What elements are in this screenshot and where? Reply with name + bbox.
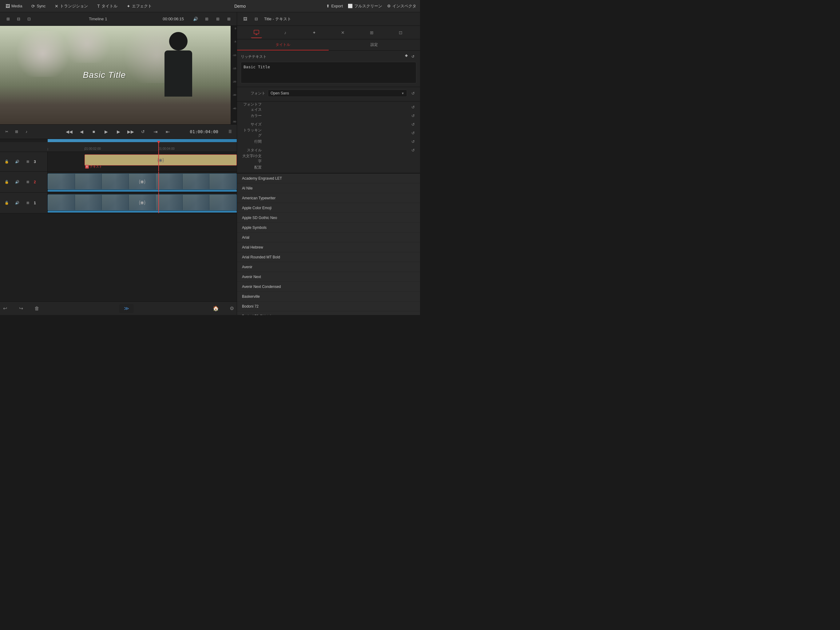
font-list-item-1[interactable]: Al Nile [237, 184, 420, 193]
track-1-video[interactable]: ⊞ [24, 199, 32, 207]
title-clip[interactable]: {◉} [85, 154, 237, 166]
font-list-item-8[interactable]: Arial Rounded MT Bold [237, 252, 420, 262]
inspector-color-tab[interactable]: ✦ [309, 27, 320, 38]
delete-button[interactable]: 🗑 [32, 304, 42, 313]
font-list-item-5[interactable]: Apple Symbols [237, 223, 420, 233]
inspector-360-tab[interactable]: ⊡ [395, 27, 406, 38]
font-list-item-6[interactable]: Arial [237, 233, 420, 242]
transition-menu-item[interactable]: ✕ トランジション [53, 2, 90, 10]
track-1-audio[interactable]: 🔊 [13, 199, 22, 207]
prev-frame-button[interactable]: ◀ [77, 127, 87, 136]
media-menu-item[interactable]: 🖼 Media [4, 2, 24, 10]
inspector-audio-tab[interactable]: ♪ [280, 27, 291, 38]
font-reset-btn[interactable]: ↺ [409, 90, 416, 97]
font-list-item-12[interactable]: Baskerville [237, 291, 420, 301]
inspector-icon: ⚙ [387, 4, 391, 8]
redo-button[interactable]: ↪ [16, 304, 26, 313]
view-icon-1[interactable]: ⊞ [202, 15, 211, 24]
go-next-button[interactable]: ▶▶ [126, 127, 136, 136]
subtab-settings[interactable]: 設定 [329, 40, 420, 51]
video-clip-1[interactable]: {◉} [47, 195, 237, 211]
bottom-logo: ≫ [119, 304, 134, 313]
track-2-video[interactable]: ⊞ [24, 178, 32, 187]
thumb-2-1 [48, 174, 75, 189]
goto-end-button[interactable]: ⇥ [150, 127, 160, 136]
font-list-item-4[interactable]: Apple SD Gothic Neo [237, 213, 420, 223]
transition-label: トランジション [60, 3, 88, 9]
track-row-3: 🔓 🔊 ⊞ 3 {◉} T テキスト [0, 152, 237, 172]
layout-icon-3[interactable]: ⊡ [25, 15, 33, 24]
sync-menu-item[interactable]: ⟳ Sync [30, 2, 47, 10]
font-list-item-9[interactable]: Avenir [237, 262, 420, 272]
loop-button[interactable]: ↺ [138, 127, 148, 136]
home-button[interactable]: 🏠 [211, 304, 221, 313]
inspector-video-tab[interactable] [251, 27, 262, 38]
rich-text-input[interactable] [241, 62, 416, 83]
subtab-title[interactable]: タイトル [237, 40, 329, 51]
style-reset-btn[interactable]: ↺ [409, 147, 416, 154]
playhead-ruler [158, 142, 159, 152]
inspector-img-icon[interactable]: 🖼 [241, 15, 249, 24]
fontface-reset-btn[interactable]: ↺ [409, 104, 416, 111]
undo-button[interactable]: ↩ [0, 304, 10, 313]
font-list-item-10[interactable]: Avenir Next [237, 272, 420, 282]
size-reset-btn[interactable]: ↺ [409, 121, 416, 128]
track-row-1: 🔓 🔊 ⊞ 1 [0, 193, 237, 214]
font-list-item-11[interactable]: Avenir Next Condensed [237, 282, 420, 291]
font-list-item-14[interactable]: Bodoni 72 Oldstyle [237, 311, 420, 315]
track-2-lock[interactable]: 🔓 [2, 178, 11, 187]
font-list-item-13[interactable]: Bodoni 72 [237, 301, 420, 311]
view-icon-3[interactable]: ⊞ [224, 15, 233, 24]
fullscreen-button[interactable]: ⬜ フルスクリーン [348, 3, 382, 9]
font-list-item-2[interactable]: American Typewriter [237, 193, 420, 203]
layout-icon-1[interactable]: ⊞ [4, 15, 12, 24]
track-2-audio[interactable]: 🔊 [13, 178, 22, 187]
timeline-ruler: 01:00:02:00 01:00:04:00 [0, 142, 237, 152]
font-list-item-7[interactable]: Arial Hebrew [237, 242, 420, 252]
title-menu-item[interactable]: T タイトル [95, 2, 119, 10]
trim-icon[interactable]: ✂ [2, 127, 11, 136]
goto-start-button[interactable]: ⇤ [163, 127, 172, 136]
track-3-audio[interactable]: 🔊 [13, 157, 22, 166]
right-panel: ♪ ✦ ✕ ⊞ ⊡ タイトル 設定 リッチテキスト ◆ ↺ [237, 26, 420, 315]
clip-1-center-icon: {◉} [139, 200, 145, 205]
inspector-button[interactable]: ⚙ インスペクタ [387, 3, 416, 9]
transport-menu-icon[interactable]: ☰ [229, 130, 232, 134]
font-list-item-3[interactable]: Apple Color Emoji [237, 203, 420, 213]
track-3-video[interactable]: ⊞ [24, 157, 32, 166]
color-row: カラー ↺ [241, 111, 416, 120]
track-controls-2: 🔓 🔊 ⊞ 2 [0, 172, 47, 192]
effect-icon: ✦ [127, 4, 130, 9]
export-button[interactable]: ⬆ Export [326, 4, 343, 8]
rich-text-diamond-icon[interactable]: ◆ [405, 53, 408, 60]
view-icon-2[interactable]: ⊞ [213, 15, 222, 24]
color-reset-btn[interactable]: ↺ [409, 112, 416, 119]
effect-menu-item[interactable]: ✦ エフェクト [125, 2, 154, 10]
next-frame-button[interactable]: ▶ [114, 127, 123, 136]
bottom-settings-button[interactable]: ⚙ [227, 304, 237, 313]
thumb-2-2 [75, 174, 102, 189]
sync-icon: ⟳ [32, 4, 35, 9]
inspector-layout-icon[interactable]: ⊟ [252, 15, 261, 24]
transport-bar: ✂ ⊞ ♪ ◀◀ ◀ ■ ▶ ▶ ▶▶ ↺ ⇥ ⇤ 01:00:04:00 ☰ [0, 124, 237, 139]
rich-text-reset-btn[interactable]: ↺ [409, 53, 416, 60]
go-prev-button[interactable]: ◀◀ [64, 127, 74, 136]
add-track-icon[interactable]: ♪ [22, 127, 31, 136]
linespace-reset-btn[interactable]: ↺ [409, 138, 416, 145]
layout-icon-2[interactable]: ⊟ [14, 15, 23, 24]
font-select-dropdown[interactable]: Open Sans ▼ [268, 90, 407, 97]
inspector-text-tab[interactable]: ✕ [337, 27, 348, 38]
track-1-lock[interactable]: 🔓 [2, 199, 11, 207]
stop-button[interactable]: ■ [89, 127, 99, 136]
play-button[interactable]: ▶ [101, 127, 111, 136]
style-row: スタイル ↺ [241, 146, 416, 154]
font-chevron-icon: ▼ [401, 92, 404, 95]
video-clip-2[interactable]: {◉} [47, 174, 237, 190]
track-3-lock[interactable]: 🔓 [2, 157, 11, 166]
audio-icon[interactable]: 🔊 [191, 15, 200, 24]
inspector-photo-tab[interactable]: ⊞ [366, 27, 377, 38]
tracking-reset-btn[interactable]: ↺ [409, 130, 416, 136]
font-list-item-0[interactable]: Academy Engraved LET [237, 174, 420, 184]
style-label: スタイル [241, 148, 265, 153]
multi-cam-icon[interactable]: ⊞ [12, 127, 21, 136]
